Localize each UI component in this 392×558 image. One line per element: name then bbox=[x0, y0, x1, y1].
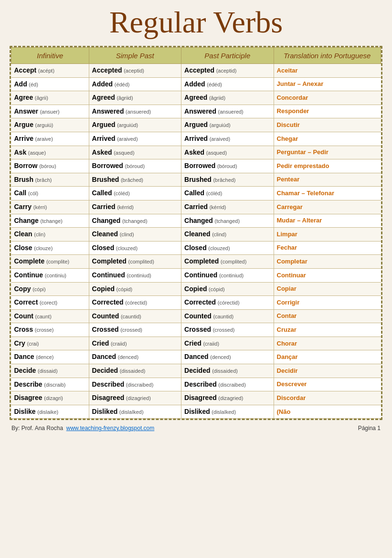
cell-past-participle: Carried (kérrid) bbox=[181, 200, 274, 214]
cell-infinitive: Borrow (bórou) bbox=[11, 159, 89, 173]
cell-infinitive: Count (caunt) bbox=[11, 309, 89, 323]
cell-infinitive: Argue (arguiú) bbox=[11, 118, 89, 132]
cell-simple-past: Described (discraibed) bbox=[89, 378, 181, 391]
cell-infinitive: Cry (crai) bbox=[11, 337, 89, 350]
cell-past-participle: Continued (continiud) bbox=[181, 268, 274, 282]
cell-past-participle: Cried (craiid) bbox=[181, 337, 274, 350]
cell-past-participle: Argued (arguiúd) bbox=[181, 118, 274, 132]
footer: By: Prof. Ana Rocha www.teaching-frenzy.… bbox=[10, 425, 382, 432]
table-row: Carry (kérri)Carried (kérrid)Carried (ké… bbox=[11, 200, 381, 214]
cell-infinitive: Complete (complite) bbox=[11, 255, 89, 269]
cell-simple-past: Carried (kérrid) bbox=[89, 200, 181, 214]
table-row: Complete (complite)Completed (complited)… bbox=[11, 255, 381, 269]
table-row: Arrive (araive)Arrived (araived)Arrived … bbox=[11, 132, 381, 146]
table-row: Count (caunt)Counted (cauntid)Counted (c… bbox=[11, 309, 381, 323]
cell-infinitive: Accept (acépt) bbox=[11, 64, 89, 78]
cell-translation: Aceitar bbox=[274, 64, 381, 78]
cell-past-participle: Agreed (âgriid) bbox=[181, 91, 274, 105]
col-header-infinitive: Infinitive bbox=[11, 48, 89, 64]
table-row: Agree (âgrii)Agreed (âgriid)Agreed (âgri… bbox=[11, 91, 381, 105]
cell-translation: Discutir bbox=[274, 118, 381, 132]
table-row: Continue (continiu)Continued (continiud)… bbox=[11, 268, 381, 282]
cell-translation: Pentear bbox=[274, 173, 381, 187]
cell-past-participle: Asked (asqued) bbox=[181, 146, 274, 159]
cell-infinitive: Dislike (dislaike) bbox=[11, 405, 89, 419]
cell-simple-past: Decided (dissaided) bbox=[89, 364, 181, 378]
table-row: Brush (brâch)Brushed (brâched)Brushed (b… bbox=[11, 173, 381, 187]
cell-translation: Responder bbox=[274, 105, 381, 118]
cell-infinitive: Change (tchange) bbox=[11, 214, 89, 228]
table-row: Add (éd)Added (édéd)Added (édéd)Juntar –… bbox=[11, 77, 381, 91]
cell-translation: Descrever bbox=[274, 378, 381, 391]
cell-translation: Continuar bbox=[274, 268, 381, 282]
cell-simple-past: Arrived (araived) bbox=[89, 132, 181, 146]
table-row: Ask (asque)Asked (asqued)Asked (asqued)P… bbox=[11, 146, 381, 159]
cell-past-participle: Brushed (brâched) bbox=[181, 173, 274, 187]
table-row: Cry (crai)Cried (craiid)Cried (craiid)Ch… bbox=[11, 337, 381, 350]
table-row: Correct (corect)Corrected (córectid)Corr… bbox=[11, 296, 381, 310]
cell-past-participle: Counted (cauntid) bbox=[181, 309, 274, 323]
cell-translation: Chorar bbox=[274, 337, 381, 350]
page-title: Regular Verbs bbox=[10, 5, 382, 40]
cell-translation: Chegar bbox=[274, 132, 381, 146]
cell-past-participle: Added (édéd) bbox=[181, 77, 274, 91]
cell-infinitive: Copy (cópi) bbox=[11, 282, 89, 296]
cell-translation: Discordar bbox=[274, 391, 381, 405]
cell-infinitive: Disagree (dizagri) bbox=[11, 391, 89, 405]
cell-past-participle: Danced (denced) bbox=[181, 350, 274, 364]
cell-translation: Dançar bbox=[274, 350, 381, 364]
cell-simple-past: Disliked (dislaIked) bbox=[89, 405, 181, 419]
cell-infinitive: Agree (âgrii) bbox=[11, 91, 89, 105]
cell-simple-past: Continued (continiud) bbox=[89, 268, 181, 282]
verb-table-wrapper: Infinitive Simple Past Past Participle T… bbox=[10, 46, 382, 420]
cell-translation: Juntar – Anexar bbox=[274, 77, 381, 91]
cell-translation: Decidir bbox=[274, 364, 381, 378]
cell-simple-past: Called (cóléd) bbox=[89, 187, 181, 200]
cell-simple-past: Borrowed (bóroud) bbox=[89, 159, 181, 173]
cell-simple-past: Cried (craiid) bbox=[89, 337, 181, 350]
cell-past-participle: Arrived (araived) bbox=[181, 132, 274, 146]
cell-simple-past: Changed (tchanged) bbox=[89, 214, 181, 228]
cell-infinitive: Correct (corect) bbox=[11, 296, 89, 310]
table-row: Argue (arguiú)Argued (arguiúd)Argued (ar… bbox=[11, 118, 381, 132]
cell-translation: Cruzar bbox=[274, 323, 381, 337]
cell-translation: Carregar bbox=[274, 200, 381, 214]
table-row: Decide (dissaid)Decided (dissaided)Decid… bbox=[11, 364, 381, 378]
footer-link[interactable]: www.teaching-frenzy.blogspot.com bbox=[66, 425, 155, 432]
cell-simple-past: Danced (denced) bbox=[89, 350, 181, 364]
cell-infinitive: Add (éd) bbox=[11, 77, 89, 91]
cell-simple-past: Accepted (aceptid) bbox=[89, 64, 181, 78]
table-row: Describe (discraib)Described (discraibed… bbox=[11, 378, 381, 391]
table-row: Copy (cópi)Copied (cópid)Copied (cópid)C… bbox=[11, 282, 381, 296]
footer-left: By: Prof. Ana Rocha www.teaching-frenzy.… bbox=[11, 425, 154, 432]
cell-simple-past: Cleaned (clind) bbox=[89, 228, 181, 242]
cell-infinitive: Carry (kérri) bbox=[11, 200, 89, 214]
cell-past-participle: Answered (ansuered) bbox=[181, 105, 274, 118]
cell-simple-past: Answered (ansuered) bbox=[89, 105, 181, 118]
table-header-row: Infinitive Simple Past Past Participle T… bbox=[11, 48, 381, 64]
cell-past-participle: Borrowed (bóroud) bbox=[181, 159, 274, 173]
cell-past-participle: Cleaned (clind) bbox=[181, 228, 274, 242]
cell-simple-past: Corrected (córectid) bbox=[89, 296, 181, 310]
cell-past-participle: Disliked (dislaIked) bbox=[181, 405, 274, 419]
cell-past-participle: Decided (dissaided) bbox=[181, 364, 274, 378]
cell-infinitive: Brush (brâch) bbox=[11, 173, 89, 187]
cell-translation: Contar bbox=[274, 309, 381, 323]
cell-infinitive: Dance (dence) bbox=[11, 350, 89, 364]
cell-translation: Perguntar – Pedir bbox=[274, 146, 381, 159]
cell-simple-past: Crossed (crossed) bbox=[89, 323, 181, 337]
table-row: Dislike (dislaike)Disliked (dislaIked)Di… bbox=[11, 405, 381, 419]
cell-past-participle: Accepted (aceptid) bbox=[181, 64, 274, 78]
cell-infinitive: Decide (dissaid) bbox=[11, 364, 89, 378]
cell-translation: Limpar bbox=[274, 228, 381, 242]
cell-infinitive: Cross (crosse) bbox=[11, 323, 89, 337]
cell-past-participle: Disagreed (dizagried) bbox=[181, 391, 274, 405]
cell-past-participle: Copied (cópid) bbox=[181, 282, 274, 296]
table-row: Call (cól)Called (cóléd)Called (cóléd)Ch… bbox=[11, 187, 381, 200]
table-row: Accept (acépt)Accepted (aceptid)Accepted… bbox=[11, 64, 381, 78]
cell-past-participle: Described (discraibed) bbox=[181, 378, 274, 391]
cell-simple-past: Counted (cauntid) bbox=[89, 309, 181, 323]
cell-simple-past: Agreed (âgriid) bbox=[89, 91, 181, 105]
table-row: Disagree (dizagri)Disagreed (dizagried)D… bbox=[11, 391, 381, 405]
cell-simple-past: Argued (arguiúd) bbox=[89, 118, 181, 132]
